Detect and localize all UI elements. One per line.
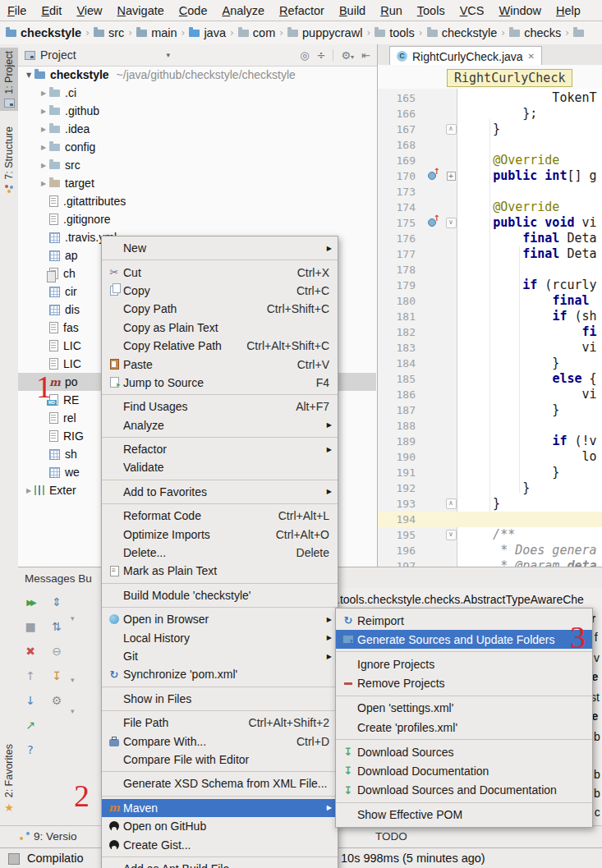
down-arrow-icon[interactable]: ↓ — [22, 688, 39, 713]
tree-expand-icon[interactable]: ▾ — [71, 614, 75, 622]
context-menu-create-gist[interactable]: Create Gist... — [102, 835, 338, 853]
menubar-item-navigate[interactable]: Navigate — [110, 4, 172, 17]
context-menu-show-in-files[interactable]: Show in Files — [102, 690, 338, 708]
close-icon[interactable]: ✖ — [22, 639, 39, 664]
context-menu-generate-xsd-schema-from-xml-file[interactable]: Generate XSD Schema from XML File... — [102, 774, 338, 792]
override-method-icon[interactable] — [425, 215, 442, 231]
context-menu-cut[interactable]: ✂CutCtrl+X — [102, 263, 338, 281]
menubar-item-file[interactable]: File — [0, 4, 34, 17]
context-menu-compare-with[interactable]: Compare With...Ctrl+D — [102, 732, 338, 750]
tree-item-target[interactable]: ▶target — [18, 174, 376, 192]
override-method-icon[interactable] — [425, 168, 442, 184]
menubar-item-tools[interactable]: Tools — [410, 4, 453, 17]
maven-menu-download-documentation[interactable]: ↧Download Documentation — [336, 761, 592, 780]
maven-menu-open-settings-xml[interactable]: Open 'settings.xml' — [336, 699, 592, 718]
maven-menu-download-sources-and-documentation[interactable]: ↧Download Sources and Documentation — [336, 781, 592, 800]
menubar-item-code[interactable]: Code — [172, 4, 215, 17]
maven-menu-show-effective-pom[interactable]: Show Effective POM — [336, 806, 592, 824]
context-menu-compare-file-with-editor[interactable]: Compare File with Editor — [102, 751, 338, 769]
context-menu-add-to-favorites[interactable]: Add to Favorites▶ — [102, 483, 338, 501]
menubar-item-run[interactable]: Run — [373, 4, 410, 17]
project-panel-header[interactable]: Project ▾ ◎ ÷ ⚙▾ ⇤ — [18, 44, 377, 67]
tool-tab-favorites[interactable]: 2: Favorites ★ — [0, 741, 18, 817]
context-menu-file-path[interactable]: File PathCtrl+Alt+Shift+2 — [102, 714, 338, 732]
breadcrumb-puppycrawl[interactable]: puppycrawl — [287, 26, 362, 39]
maven-menu-generate-sources-and-update-folders[interactable]: Generate Sources and Update Folders — [336, 630, 592, 649]
collapse-all-icon[interactable]: ÷ — [317, 49, 326, 62]
maven-menu-remove-projects[interactable]: Remove Projects — [336, 674, 592, 693]
menubar-item-window[interactable]: Window — [491, 4, 549, 17]
maven-menu-create-profiles-xml[interactable]: Create 'profiles.xml' — [336, 718, 592, 737]
tree-arrow-closed-icon[interactable]: ▶ — [38, 108, 49, 115]
tree-arrow-closed-icon[interactable]: ▶ — [38, 126, 49, 133]
tree-item-idea[interactable]: ▶.idea — [18, 120, 376, 138]
breadcrumb-tools[interactable]: tools — [375, 26, 415, 39]
expand-all-icon[interactable]: ⇕ — [48, 590, 65, 614]
menubar-item-refactor[interactable]: Refactor — [272, 4, 332, 17]
breadcrumb-checkstyle[interactable]: checkstyle — [6, 26, 81, 39]
breadcrumb-checkstyle[interactable]: checkstyle — [427, 26, 498, 39]
rerun-icon[interactable]: ▶▶ — [22, 590, 39, 614]
menubar-item-vcs[interactable]: VCS — [453, 4, 492, 17]
tool-tab-version-control[interactable]: 9: Versio — [20, 830, 77, 843]
breadcrumb-src[interactable]: src — [94, 26, 124, 39]
context-menu-git[interactable]: Git▶ — [102, 647, 338, 665]
tree-item-ci[interactable]: ▶.ci — [18, 84, 376, 102]
context-menu-copy-as-plain-text[interactable]: Copy as Plain Text — [102, 319, 338, 337]
context-menu-copy-path[interactable]: Copy PathCtrl+Shift+C — [102, 300, 338, 318]
breadcrumb-com[interactable]: com — [238, 26, 275, 39]
context-menu-reformat-code[interactable]: Reformat CodeCtrl+Alt+L — [102, 507, 338, 525]
maven-menu-download-sources[interactable]: ↧Download Sources — [336, 742, 592, 761]
maven-menu-reimport[interactable]: ↻Reimport — [336, 611, 592, 630]
context-menu-open-on-github[interactable]: Open on GitHub — [102, 817, 338, 835]
context-menu-copy[interactable]: CopyCtrl+C — [102, 282, 338, 300]
close-tab-icon[interactable]: ✕ — [528, 52, 535, 61]
context-menu-optimize-imports[interactable]: Optimize ImportsCtrl+Alt+O — [102, 525, 338, 543]
gear-icon[interactable]: ⚙▾ — [341, 49, 354, 62]
tree-arrow-closed-icon[interactable]: ▶ — [38, 162, 49, 169]
code-view[interactable]: 165 TokenT166 };167∧ }168169 @Override17… — [378, 90, 602, 567]
context-menu-local-history[interactable]: Local History▶ — [102, 628, 338, 646]
tree-arrow-closed-icon[interactable]: ▶ — [38, 144, 49, 151]
tree-item-config[interactable]: ▶config — [18, 138, 376, 156]
hide-panel-icon[interactable]: ⇤ — [361, 49, 370, 62]
stop-icon[interactable]: ■ — [22, 614, 39, 639]
fold-up-icon[interactable]: ∧ — [446, 124, 457, 135]
menubar-item-help[interactable]: Help — [549, 4, 588, 17]
context-menu-find-usages[interactable]: Find UsagesAlt+F7 — [102, 397, 338, 416]
context-menu-mark-as-plain-text[interactable]: Mark as Plain Text — [102, 562, 338, 580]
up-arrow-icon[interactable]: ↑ — [22, 664, 39, 688]
hide-warnings-icon[interactable]: ⊖ — [48, 639, 65, 664]
tree-item-gitattributes[interactable]: .gitattributes — [18, 192, 376, 210]
tree-item-checkstyle[interactable]: ▼checkstyle~/java/github/checkstyle/chec… — [18, 66, 376, 84]
context-menu-maven[interactable]: mMaven▶ — [102, 799, 338, 817]
menubar-item-view[interactable]: View — [69, 4, 109, 17]
breadcrumb-java[interactable]: java — [189, 26, 226, 39]
settings-wrench-icon[interactable]: ⚙ — [48, 688, 65, 713]
export-icon[interactable]: ↗ — [22, 713, 39, 737]
context-menu-add-as-ant-build-file[interactable]: Add as Ant Build File — [102, 860, 338, 868]
breadcrumb-checks[interactable]: checks — [509, 26, 561, 39]
menubar-item-edit[interactable]: Edit — [34, 4, 69, 17]
tree-arrow-closed-icon[interactable]: ▶ — [38, 90, 49, 97]
context-menu-new[interactable]: New▶ — [102, 239, 338, 257]
editor-tab-rightcurlycheck[interactable]: C RightCurlyCheck.java ✕ — [389, 46, 542, 66]
fold-down-icon[interactable]: ∨ — [446, 218, 457, 228]
menubar-item-build[interactable]: Build — [332, 4, 373, 17]
breadcrumb-class-chip[interactable]: RightCurlyCheck — [447, 69, 572, 87]
tree-arrow-closed-icon[interactable]: ▶ — [38, 180, 49, 187]
tree-item-github[interactable]: ▶.github — [18, 102, 376, 120]
tree-item-gitignore[interactable]: .gitignore — [18, 210, 376, 228]
context-menu-build-module-checkstyle[interactable]: Build Module 'checkstyle' — [102, 586, 338, 604]
tool-tab-todo[interactable]: TODO — [375, 830, 407, 843]
help-icon[interactable]: ? — [22, 737, 39, 762]
menubar-item-analyze[interactable]: Analyze — [215, 4, 273, 17]
context-menu-refactor[interactable]: Refactor▶ — [102, 440, 338, 458]
tool-tab-structure[interactable]: 7: Structure — [0, 123, 18, 197]
context-menu-delete[interactable]: Delete...Delete — [102, 544, 338, 562]
tree-expand-icon[interactable]: ▾ — [71, 676, 75, 684]
breadcrumb-main[interactable]: main — [136, 26, 177, 39]
tree-arrow-closed-icon[interactable]: ▶ — [23, 487, 34, 494]
tree-arrow-open-icon[interactable]: ▼ — [23, 71, 34, 79]
locate-file-icon[interactable]: ◎ — [300, 49, 309, 62]
